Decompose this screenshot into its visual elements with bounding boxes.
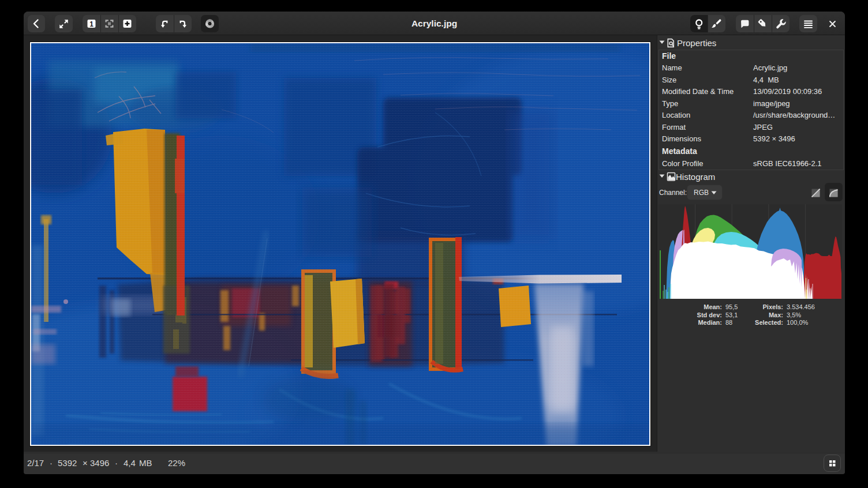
svg-text:1: 1	[89, 20, 93, 28]
